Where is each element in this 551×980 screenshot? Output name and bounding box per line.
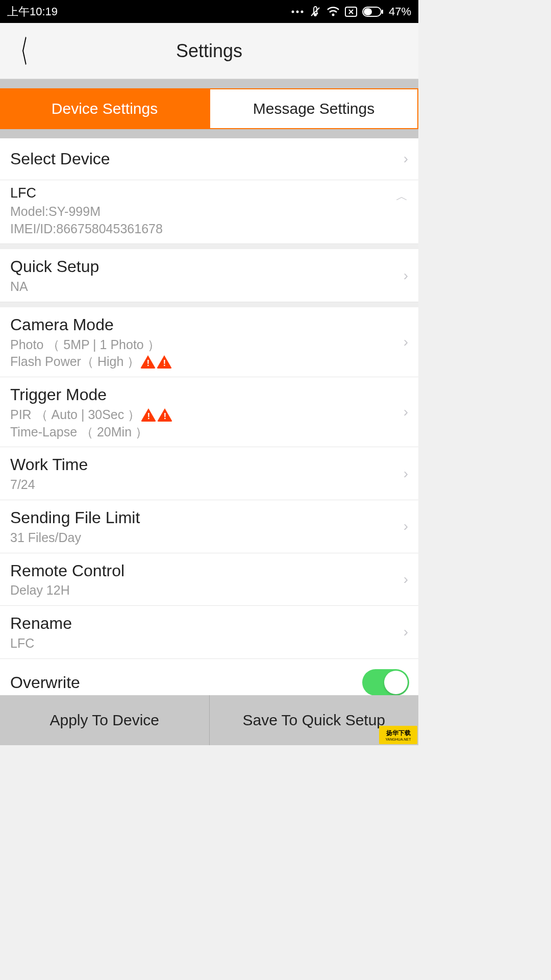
- item-title: Trigger Mode: [10, 383, 408, 406]
- warning-icon: [157, 408, 172, 422]
- page-title: Settings: [0, 40, 418, 62]
- remote-control-row[interactable]: Remote Control Delay 12H ›: [0, 553, 418, 606]
- trigger-mode-row[interactable]: Trigger Mode PIR （ Auto | 30Sec ） Time-L…: [0, 377, 418, 447]
- item-title: Rename: [10, 612, 408, 635]
- item-title: Remote Control: [10, 559, 408, 582]
- item-value: NA: [10, 278, 408, 296]
- sending-file-limit-row[interactable]: Sending File Limit 31 Files/Day ›: [0, 500, 418, 553]
- back-button[interactable]: 〈: [14, 36, 28, 66]
- wifi-icon: [327, 7, 340, 17]
- svg-point-2: [300, 10, 303, 13]
- watermark: 扬华下载 YANGHUA.NET: [379, 726, 417, 744]
- overwrite-toggle[interactable]: [362, 669, 409, 696]
- bottom-bar: Apply To Device Save To Quick Setup: [0, 695, 418, 745]
- rename-row[interactable]: Rename LFC ›: [0, 606, 418, 659]
- device-model: Model:SY-999M: [10, 203, 408, 220]
- quick-setup-row[interactable]: Quick Setup NA ›: [0, 249, 418, 302]
- mute-icon: [309, 6, 321, 18]
- status-bar: 上午10:19 47%: [0, 0, 418, 23]
- tab-device-settings[interactable]: Device Settings: [0, 88, 209, 129]
- close-box-icon: [345, 7, 357, 17]
- item-value-line2: Flash Power（ High ）: [10, 353, 408, 371]
- device-name: LFC: [10, 185, 408, 201]
- camera-mode-row[interactable]: Camera Mode Photo （ 5MP | 1 Photo ） Flas…: [0, 307, 418, 377]
- svg-rect-10: [382, 10, 383, 14]
- separator: [0, 302, 418, 307]
- chevron-right-icon: ›: [404, 151, 408, 167]
- item-title: Sending File Limit: [10, 506, 408, 529]
- tabs: Device Settings Message Settings: [0, 88, 418, 129]
- button-label: Apply To Device: [49, 712, 159, 729]
- chevron-right-icon: ›: [404, 518, 408, 534]
- tab-label: Message Settings: [253, 100, 374, 117]
- chevron-right-icon: ›: [404, 624, 408, 640]
- item-value: 7/24: [10, 476, 408, 494]
- svg-rect-9: [364, 8, 372, 15]
- chevron-up-icon: ︿: [396, 188, 408, 205]
- app-header: 〈 Settings: [0, 23, 418, 79]
- item-value-line2: Time-Lapse （ 20Min ）: [10, 424, 408, 441]
- svg-point-1: [296, 10, 298, 13]
- device-details[interactable]: LFC Model:SY-999M IMEI/ID:86675804536167…: [0, 180, 418, 244]
- toggle-thumb: [384, 671, 408, 694]
- item-title: Work Time: [10, 453, 408, 476]
- item-title: Camera Mode: [10, 313, 408, 336]
- status-icons: 47%: [291, 5, 411, 18]
- svg-point-4: [332, 13, 334, 16]
- button-label: Save To Quick Setup: [242, 712, 385, 729]
- item-title: Quick Setup: [10, 255, 408, 278]
- item-value-line1: PIR （ Auto | 30Sec ）: [10, 406, 408, 424]
- work-time-row[interactable]: Work Time 7/24 ›: [0, 447, 418, 500]
- warning-icon: [157, 355, 172, 369]
- chevron-right-icon: ›: [404, 571, 408, 587]
- select-device-label: Select Device: [10, 148, 408, 170]
- warning-icon: [141, 408, 156, 422]
- chevron-right-icon: ›: [404, 334, 408, 350]
- svg-point-0: [291, 10, 294, 13]
- warning-icon: [140, 355, 156, 369]
- item-value-line1: Photo （ 5MP | 1 Photo ）: [10, 336, 408, 354]
- item-title: Overwrite: [10, 671, 408, 694]
- chevron-right-icon: ›: [404, 404, 408, 420]
- item-value: 31 Files/Day: [10, 529, 408, 547]
- separator: [0, 79, 418, 88]
- tab-label: Device Settings: [52, 100, 158, 117]
- apply-to-device-button[interactable]: Apply To Device: [0, 695, 209, 745]
- item-value: Delay 12H: [10, 582, 408, 599]
- chevron-right-icon: ›: [404, 267, 408, 284]
- battery-icon: [362, 7, 384, 17]
- battery-percent: 47%: [389, 5, 411, 18]
- select-device-row[interactable]: Select Device ›: [0, 138, 418, 180]
- more-icon: [291, 9, 304, 14]
- device-imei: IMEI/ID:866758045361678: [10, 220, 408, 238]
- chevron-right-icon: ›: [404, 465, 408, 482]
- separator: [0, 244, 418, 249]
- status-time: 上午10:19: [7, 4, 58, 19]
- item-value: LFC: [10, 635, 408, 652]
- separator: [0, 129, 418, 138]
- tab-message-settings[interactable]: Message Settings: [209, 88, 418, 129]
